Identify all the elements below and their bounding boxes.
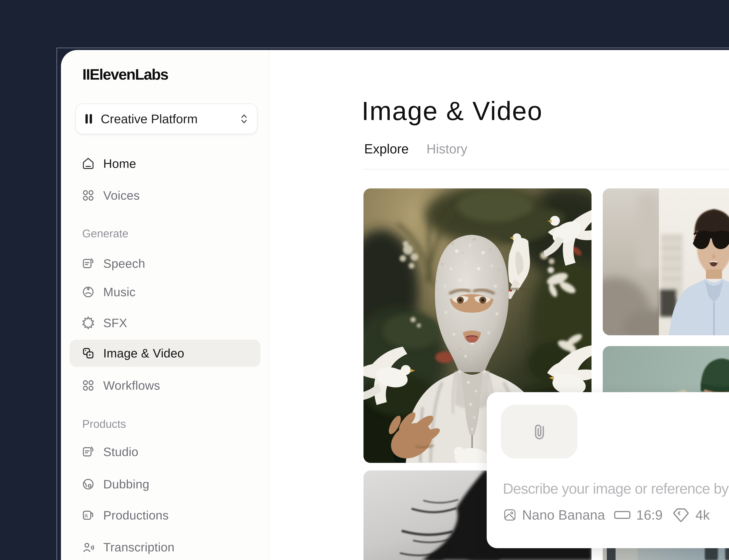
svg-text:a: a [84, 512, 88, 519]
